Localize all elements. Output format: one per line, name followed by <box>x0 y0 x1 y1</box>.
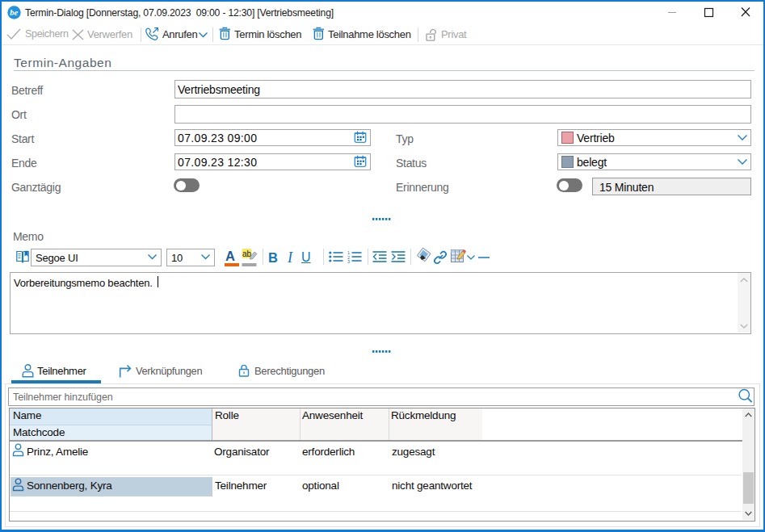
svg-text:3: 3 <box>347 259 350 264</box>
svg-text:be: be <box>10 8 18 17</box>
